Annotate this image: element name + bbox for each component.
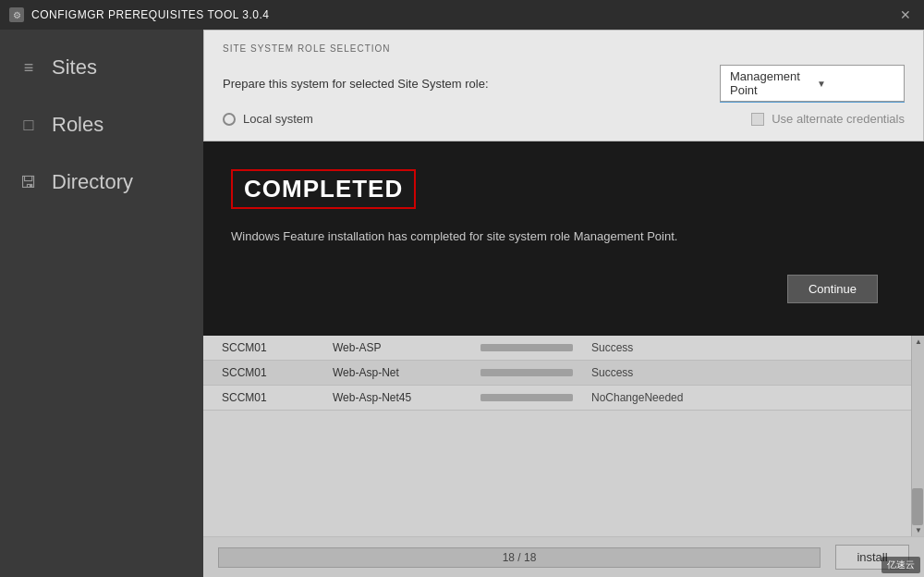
cell-server: SCCM01 — [222, 341, 333, 354]
progress-text: 18 / 18 — [503, 551, 537, 564]
cell-server: SCCM01 — [222, 391, 333, 404]
cell-feature: Web-Asp-Net45 — [333, 391, 480, 404]
table-row: SCCM01 Web-Asp-Net Success — [203, 361, 924, 386]
scrollbar-down-icon[interactable]: ▼ — [912, 523, 924, 536]
table-area: SCCM01 Web-ASP Success SCCM01 Web-Asp-Ne… — [203, 336, 924, 536]
sidebar-item-directory[interactable]: 🖫 Directory — [0, 153, 203, 211]
local-system-row: Local system Use alternate credentials — [223, 112, 905, 126]
prepare-label: Prepare this system for selected Site Sy… — [223, 77, 489, 91]
progress-bar-bg — [480, 394, 573, 401]
cell-progress — [480, 344, 591, 351]
progress-bar-fill — [480, 394, 573, 401]
sidebar-item-sites-label: Sites — [52, 55, 97, 80]
cell-status: Success — [591, 341, 906, 354]
cell-status: NoChangeNeeded — [591, 391, 906, 404]
local-system-radio[interactable]: Local system — [223, 112, 313, 126]
cell-status: Success — [591, 366, 906, 379]
cell-progress — [480, 369, 591, 376]
progress-bar-fill — [480, 369, 573, 376]
watermark: 亿速云 — [881, 557, 920, 573]
scrollbar[interactable]: ▲ ▼ — [911, 336, 924, 536]
cell-feature: Web-ASP — [333, 341, 480, 354]
close-button[interactable]: ✕ — [896, 6, 915, 24]
scrollbar-up-icon[interactable]: ▲ — [912, 336, 924, 349]
content-area: SITE SYSTEM ROLE SELECTION Prepare this … — [203, 30, 924, 577]
progress-bar-bg — [480, 344, 573, 351]
completed-message: Windows Feature installation has complet… — [231, 227, 693, 247]
alternate-creds-checkbox[interactable] — [751, 113, 764, 126]
radio-icon — [223, 113, 236, 126]
sidebar-item-roles[interactable]: □ Roles — [0, 96, 203, 153]
completed-title: COMPLETED — [244, 175, 403, 203]
cell-feature: Web-Asp-Net — [333, 366, 480, 379]
table-row: SCCM01 Web-ASP Success — [203, 336, 924, 361]
alternate-creds[interactable]: Use alternate credentials — [751, 112, 905, 126]
progress-bar-bg — [480, 369, 573, 376]
app-title: CONFIGMGR PREREQUISITES TOOL 3.0.4 — [31, 8, 896, 21]
local-system-label: Local system — [243, 112, 313, 126]
role-selection-title: SITE SYSTEM ROLE SELECTION — [223, 43, 905, 54]
cell-server: SCCM01 — [222, 366, 333, 379]
footer-bar: 18 / 18 install — [203, 536, 924, 577]
scrollbar-thumb[interactable] — [912, 488, 923, 525]
dropdown-value: Management Point — [730, 69, 808, 97]
table-content: SCCM01 Web-ASP Success SCCM01 Web-Asp-Ne… — [203, 336, 924, 411]
dropdown-arrow-icon: ▼ — [817, 79, 894, 89]
role-dropdown[interactable]: Management Point ▼ — [720, 65, 905, 102]
window-controls: ✕ — [896, 6, 915, 24]
sidebar-item-directory-label: Directory — [52, 170, 133, 194]
sites-icon: ≡ — [18, 58, 39, 78]
title-bar: ⚙ CONFIGMGR PREREQUISITES TOOL 3.0.4 ✕ — [0, 0, 924, 30]
sidebar-item-sites[interactable]: ≡ Sites — [0, 39, 203, 96]
sidebar-item-roles-label: Roles — [52, 113, 103, 137]
table-row: SCCM01 Web-Asp-Net45 NoChangeNeeded — [203, 386, 924, 411]
cell-progress — [480, 394, 591, 401]
role-selection-row: Prepare this system for selected Site Sy… — [223, 65, 905, 103]
completed-box: COMPLETED — [231, 169, 416, 209]
app-icon: ⚙ — [9, 7, 24, 22]
completed-overlay: COMPLETED Windows Feature installation h… — [203, 141, 924, 336]
continue-button[interactable]: Continue — [787, 275, 878, 303]
progress-track: 18 / 18 — [218, 547, 821, 568]
sidebar: ≡ Sites □ Roles 🖫 Directory — [0, 30, 203, 577]
progress-bar-fill — [480, 344, 573, 351]
alternate-creds-label: Use alternate credentials — [772, 112, 905, 126]
directory-icon: 🖫 — [18, 173, 39, 192]
roles-icon: □ — [18, 116, 39, 135]
main-layout: ≡ Sites □ Roles 🖫 Directory SITE SYSTEM … — [0, 30, 924, 577]
role-selection-panel: SITE SYSTEM ROLE SELECTION Prepare this … — [203, 30, 924, 141]
